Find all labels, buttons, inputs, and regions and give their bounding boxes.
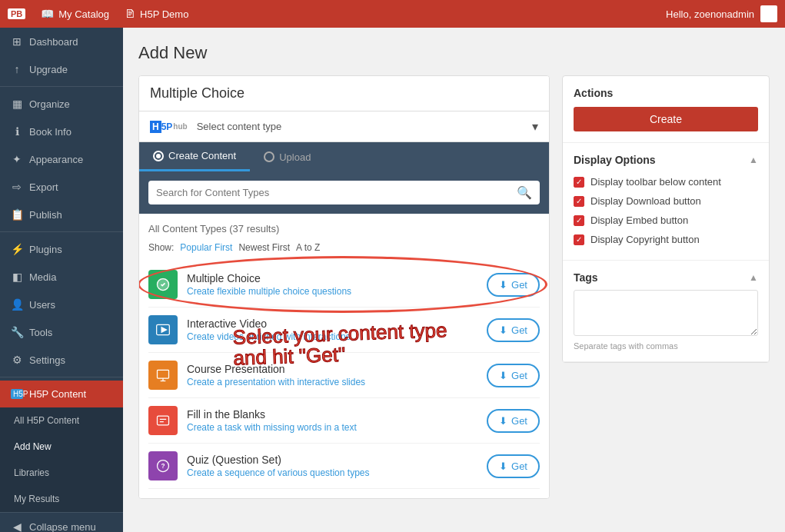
sidebar-item-book-info[interactable]: ℹ Book Info — [0, 118, 123, 145]
sidebar-item-export[interactable]: ⇨ Export — [0, 173, 123, 201]
get-btn-quiz[interactable]: ⬇ Get — [487, 454, 540, 478]
tags-section: Tags ▲ Separate tags with commas — [563, 261, 769, 362]
sort-newest[interactable]: Newest First — [238, 242, 290, 253]
tab-create-content[interactable]: Create Content — [139, 142, 250, 171]
ct-name-quiz: Quiz (Question Set) — [187, 454, 477, 466]
upload-tab-label: Upload — [279, 151, 311, 163]
sidebar-item-h5p[interactable]: H5P H5P Content — [0, 381, 123, 407]
content-types-area: All Content Types (37 results) Show: Pop… — [139, 214, 549, 498]
ct-icon-fill-blanks — [148, 406, 178, 435]
sidebar-item-label: Tools — [29, 327, 52, 338]
sidebar-item-label: Plugins — [29, 244, 62, 255]
sidebar-item-label: Upgrade — [29, 64, 68, 75]
ct-name-course-presentation: Course Presentation — [187, 363, 477, 375]
select-content-type-label: Select content type — [197, 121, 282, 132]
sidebar-item-label: Export — [29, 181, 58, 193]
checkbox-toolbar[interactable] — [574, 177, 584, 188]
h5p-hub-header[interactable]: H5Phub Select content type ▾ — [139, 111, 549, 142]
content-type-selector: H5Phub Select content type ▾ Create Cont… — [138, 75, 550, 499]
catalog-label: My Catalog — [58, 8, 109, 20]
page-title: Add New — [138, 43, 770, 63]
sidebar-item-libraries[interactable]: Libraries — [0, 460, 123, 486]
get-btn-interactive-video[interactable]: ⬇ Get — [487, 318, 540, 342]
sidebar-item-users[interactable]: 👤 Users — [0, 291, 123, 318]
ct-name-fill-blanks: Fill in the Blanks — [187, 408, 477, 421]
search-input[interactable] — [156, 187, 517, 198]
user-info[interactable]: Hello, zoenonadmin — [666, 5, 777, 22]
sidebar-item-add-new[interactable]: Add New — [0, 434, 123, 460]
my-catalog-link[interactable]: 📖 My Catalog — [41, 8, 109, 20]
sidebar-item-label: Users — [29, 299, 55, 311]
main-content: Add New H5Phub Select — [123, 28, 785, 532]
get-btn-course-presentation[interactable]: ⬇ Get — [487, 364, 540, 387]
sidebar-item-appearance[interactable]: ✦ Appearance — [0, 145, 123, 173]
display-options-label: Display Options — [574, 154, 656, 166]
sidebar-h5p-label: H5P Content — [29, 388, 86, 400]
h5p-logo: H5Phub Select content type — [150, 121, 281, 133]
ct-desc-interactive-video: Create videos enriched with interactions… — [187, 331, 477, 342]
tab-upload[interactable]: Upload — [250, 142, 324, 171]
sort-az[interactable]: A to Z — [296, 242, 320, 253]
media-icon: ◧ — [11, 271, 23, 283]
publish-icon: 📋 — [11, 208, 23, 221]
download-label: Display Download button — [590, 195, 701, 207]
tags-collapse-icon[interactable]: ▲ — [749, 272, 758, 283]
checkbox-download[interactable] — [574, 196, 584, 207]
show-label: Show: — [148, 242, 174, 253]
sidebar-item-plugins[interactable]: ⚡ Plugins — [0, 235, 123, 263]
embed-label: Display Embed button — [590, 214, 688, 226]
appearance-icon: ✦ — [11, 153, 23, 165]
sort-bar: Show: Popular First Newest First A to Z — [148, 242, 540, 253]
book-info-icon: ℹ — [11, 125, 23, 138]
sidebar-item-publish[interactable]: 📋 Publish — [0, 201, 123, 228]
svg-text:?: ? — [161, 462, 165, 470]
get-btn-fill-blanks[interactable]: ⬇ Get — [487, 409, 540, 433]
actions-section: Actions Create — [563, 76, 769, 143]
display-options-title: Display Options ▲ — [574, 154, 758, 166]
sidebar-item-collapse[interactable]: ◀ Collapse menu — [0, 513, 123, 532]
get-label: Get — [511, 461, 527, 472]
sidebar-item-tools[interactable]: 🔧 Tools — [0, 318, 123, 346]
svg-rect-7 — [158, 416, 169, 425]
content-title-input[interactable] — [150, 85, 538, 101]
sidebar: ⊞ Dashboard ↑ Upgrade ▦ Organize ℹ Book … — [0, 28, 123, 532]
download-icon: ⬇ — [499, 415, 507, 427]
create-button[interactable]: Create — [574, 107, 758, 131]
sort-popular[interactable]: Popular First — [180, 242, 232, 253]
all-types-header: All Content Types (37 results) — [148, 223, 540, 234]
checkbox-embed[interactable] — [574, 215, 584, 226]
collapse-label: Collapse menu — [29, 521, 96, 533]
sidebar-item-my-results[interactable]: My Results — [0, 486, 123, 512]
ct-row-fill-blanks: Fill in the Blanks Create a task with mi… — [148, 398, 540, 444]
download-icon: ⬇ — [499, 324, 507, 336]
chevron-down-icon: ▾ — [532, 119, 538, 134]
download-icon: ⬇ — [499, 370, 507, 381]
h5p-demo-icon: 🖹 — [125, 8, 135, 20]
svg-rect-4 — [158, 370, 169, 378]
ct-row-interactive-video: Interactive Video Create videos enriched… — [148, 308, 540, 353]
sidebar-item-settings[interactable]: ⚙ Settings — [0, 346, 123, 374]
actions-label: Actions — [574, 87, 613, 99]
ct-name-interactive-video: Interactive Video — [187, 318, 477, 330]
collapse-arrow-icon[interactable]: ▲ — [749, 155, 758, 165]
logo[interactable]: PB — [8, 8, 25, 19]
plugins-icon: ⚡ — [11, 243, 23, 255]
sidebar-item-media[interactable]: ◧ Media — [0, 263, 123, 291]
h5p-demo-link[interactable]: 🖹 H5P Demo — [125, 8, 188, 20]
sidebar-item-upgrade[interactable]: ↑ Upgrade — [0, 55, 123, 83]
sidebar-item-all-h5p[interactable]: All H5P Content — [0, 407, 123, 434]
sidebar-item-label: Media — [29, 271, 56, 283]
get-btn-multiple-choice[interactable]: ⬇ Get — [487, 273, 540, 297]
organize-icon: ▦ — [11, 98, 23, 110]
search-icon[interactable]: 🔍 — [517, 185, 532, 200]
actions-title: Actions — [574, 87, 758, 99]
tags-input[interactable] — [574, 290, 758, 336]
checkbox-copyright[interactable] — [574, 234, 584, 245]
ct-desc-multiple-choice: Create flexible multiple choice question… — [187, 286, 477, 297]
sidebar-item-organize[interactable]: ▦ Organize — [0, 90, 123, 118]
sidebar-item-dashboard[interactable]: ⊞ Dashboard — [0, 28, 123, 55]
search-box: 🔍 — [148, 181, 540, 204]
h5p-sub-menu: All H5P Content Add New Libraries My Res… — [0, 407, 123, 512]
ct-row-course-presentation: Course Presentation Create a presentatio… — [148, 353, 540, 398]
content-tabs: Create Content Upload — [139, 142, 549, 171]
